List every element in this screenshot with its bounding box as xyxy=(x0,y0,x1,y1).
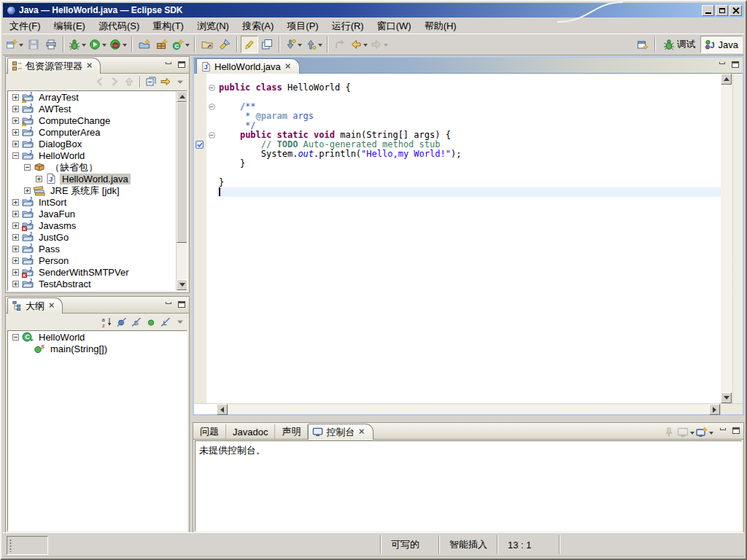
code-text[interactable] xyxy=(217,187,721,197)
outline-tab[interactable]: 大纲 xyxy=(7,298,63,314)
tree-item-label[interactable]: SenderWithSMTPVer xyxy=(36,267,131,278)
code-text[interactable]: System.out.println("Hello,my World!"); xyxy=(217,149,721,159)
open-console-button[interactable] xyxy=(695,425,714,440)
back-button[interactable] xyxy=(349,36,369,53)
fold-collapse-icon[interactable]: − xyxy=(209,85,215,91)
tree-item-label[interactable]: ComputeChange xyxy=(36,115,112,126)
code-text[interactable]: * @param args xyxy=(217,112,721,121)
fast-view-bar[interactable] xyxy=(7,536,48,555)
tree-item-senderwithsmtpver[interactable]: +JSenderWithSMTPVer xyxy=(8,266,187,278)
expand-icon[interactable]: + xyxy=(12,106,19,112)
fold-collapse-icon[interactable]: − xyxy=(209,132,215,139)
close-window-button[interactable] xyxy=(729,5,742,16)
last-edit-button[interactable] xyxy=(331,36,349,53)
menu-5[interactable]: 浏览(N) xyxy=(190,18,236,34)
tree-item-pass[interactable]: +JPass xyxy=(8,243,187,254)
expand-icon[interactable]: + xyxy=(12,94,19,101)
expand-icon[interactable]: + xyxy=(12,246,19,252)
expand-icon[interactable]: + xyxy=(12,211,19,217)
code-line-5[interactable]: * @param args xyxy=(194,112,721,121)
close-icon[interactable] xyxy=(85,61,95,71)
tree-item-arraytest[interactable]: +JArrayTest xyxy=(8,91,187,103)
menu-7[interactable]: 项目(P) xyxy=(280,18,325,34)
maximize-view-button[interactable] xyxy=(176,300,187,309)
show-source-button[interactable] xyxy=(258,36,276,53)
new-java-project-button[interactable] xyxy=(136,36,153,53)
tree-item-label[interactable]: HelloWorld xyxy=(36,332,87,343)
print-button[interactable] xyxy=(42,36,60,53)
minimize-window-button[interactable] xyxy=(702,5,714,16)
forward-button[interactable] xyxy=(369,36,390,53)
code-line-3[interactable] xyxy=(194,93,721,102)
menu-10[interactable]: 帮助(H) xyxy=(418,18,463,34)
next-annotation-button[interactable] xyxy=(283,36,303,53)
tree-item-label[interactable]: JavaFun xyxy=(36,209,77,219)
search-button[interactable] xyxy=(216,36,233,53)
tree-item-intsort[interactable]: +JIntSort xyxy=(8,196,187,208)
mark-occurrences-button[interactable] xyxy=(241,36,258,53)
editor-horizontal-scrollbar[interactable] xyxy=(194,403,743,414)
tree-item-label[interactable]: （缺省包） xyxy=(48,162,100,173)
code-text[interactable]: } xyxy=(217,159,721,168)
scroll-up-button[interactable] xyxy=(721,74,732,85)
tab-declaration[interactable]: 声明 xyxy=(275,424,308,439)
scroll-up-button[interactable] xyxy=(177,91,187,102)
display-console-button[interactable] xyxy=(676,425,695,440)
dropdown-arrow-icon[interactable] xyxy=(690,432,694,437)
editor-tab-helloworld[interactable]: J HelloWorld.java xyxy=(196,58,300,74)
menu-2[interactable]: 编辑(E) xyxy=(47,18,92,34)
code-text[interactable] xyxy=(217,168,721,178)
dropdown-arrow-icon[interactable] xyxy=(82,44,86,49)
minimize-view-button[interactable] xyxy=(163,60,174,69)
view-menu-button[interactable] xyxy=(173,314,187,329)
code-text[interactable]: } xyxy=(217,178,721,187)
tree-item-label[interactable]: ComputerArea xyxy=(36,127,103,138)
pin-console-button[interactable] xyxy=(662,425,676,440)
code-text[interactable]: public class HelloWorld { xyxy=(217,83,721,93)
scroll-down-button[interactable] xyxy=(721,392,732,403)
tree-item-label[interactable]: Person xyxy=(36,255,71,266)
tree-item-label[interactable]: AWTest xyxy=(36,104,73,114)
code-line-2[interactable]: −public class HelloWorld { xyxy=(194,83,721,93)
tree-item-jre-jdk-[interactable]: +JRE 系统库 [jdk] xyxy=(8,184,187,196)
tree-item-main-string-[interactable]: +Smain(String[]) xyxy=(8,343,187,354)
hide-non-public-button[interactable] xyxy=(144,314,158,329)
tree-item-label[interactable]: ArrayTest xyxy=(36,92,81,103)
prev-annotation-button[interactable] xyxy=(303,36,324,53)
expand-icon[interactable]: + xyxy=(12,141,19,147)
nav-back-button[interactable] xyxy=(93,74,107,89)
tab-problems[interactable]: 问题 xyxy=(193,424,226,439)
menu-9[interactable]: 窗口(W) xyxy=(371,18,418,34)
tree-item-dialogbox[interactable]: +JDialogBox xyxy=(8,138,187,149)
tree-item-javafun[interactable]: +JJavaFun xyxy=(8,208,187,219)
tree-item-label[interactable]: main(String[]) xyxy=(48,343,109,354)
tab-console[interactable]: 控制台 xyxy=(308,424,374,440)
perspective-调试-button[interactable]: 调试 xyxy=(659,36,700,53)
maximize-editor-button[interactable] xyxy=(729,60,740,69)
debug-button[interactable] xyxy=(67,36,88,53)
hide-local-button[interactable]: L xyxy=(158,314,173,329)
scroll-down-button[interactable] xyxy=(177,279,187,290)
code-line-9[interactable]: System.out.println("Hello,my World!"); xyxy=(194,149,721,159)
menu-1[interactable]: 文件(F) xyxy=(3,18,47,34)
tree-item-testabstract[interactable]: +JTestAbstract xyxy=(8,278,187,289)
scroll-right-button[interactable] xyxy=(709,404,720,415)
minimize-editor-button[interactable] xyxy=(716,60,727,69)
tree-item-label[interactable]: JustGo xyxy=(36,232,71,243)
editor-body[interactable]: −public class HelloWorld {− /** * @param… xyxy=(194,74,743,403)
collapse-all-button[interactable] xyxy=(144,74,158,89)
new-package-button[interactable] xyxy=(153,36,171,53)
tree-item-label[interactable]: Pass xyxy=(36,244,62,254)
sort-button[interactable]: az xyxy=(100,314,115,329)
dropdown-arrow-icon[interactable] xyxy=(123,44,127,49)
close-icon[interactable] xyxy=(357,427,367,437)
perspective-java-button[interactable]: JJava xyxy=(700,36,743,53)
expand-icon[interactable]: + xyxy=(36,176,42,182)
dropdown-arrow-icon[interactable] xyxy=(298,44,302,49)
tree-item-label[interactable]: IntSort xyxy=(36,197,69,208)
collapse-icon[interactable]: − xyxy=(12,334,19,341)
tree-item-helloworld[interactable]: −JHelloWorld xyxy=(8,149,187,161)
dropdown-arrow-icon[interactable] xyxy=(709,432,713,437)
external-tools-button[interactable] xyxy=(108,36,128,53)
expand-icon[interactable]: + xyxy=(12,257,19,264)
